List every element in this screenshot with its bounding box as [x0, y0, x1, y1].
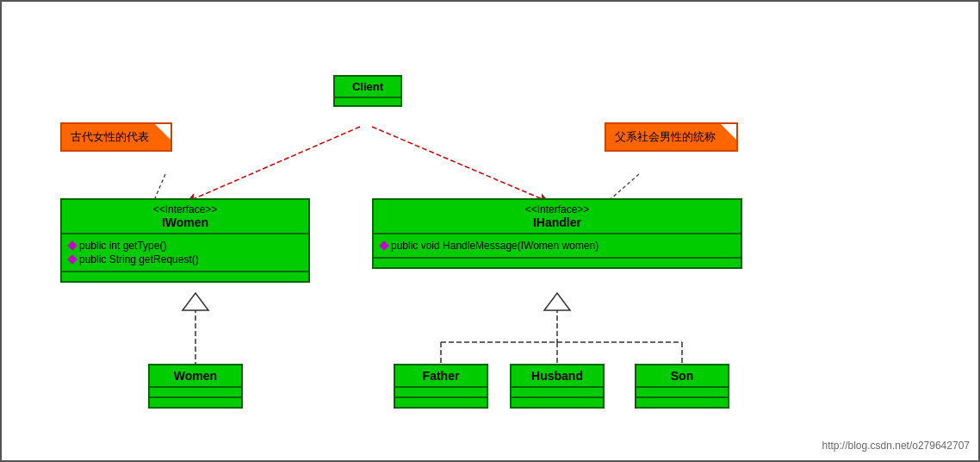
father-box: Father	[394, 364, 488, 409]
husband-footer	[512, 388, 603, 398]
father-label: Father	[395, 365, 487, 388]
diamond-icon-2	[67, 254, 77, 264]
diamond-icon-1	[67, 240, 77, 250]
client-box: Client	[333, 75, 402, 107]
ihandler-box: <<Interface>> IHandler public void Handl…	[372, 198, 742, 269]
son-footer	[636, 388, 728, 398]
women-bottom	[150, 398, 241, 407]
husband-label: Husband	[512, 365, 603, 388]
iwomen-footer	[62, 272, 308, 281]
ihandler-name: IHandler	[381, 215, 734, 229]
iwomen-name: IWomen	[69, 215, 301, 229]
note-right: 父系社会男性的统称	[605, 122, 738, 152]
ihandler-stereotype: <<Interface>>	[381, 203, 734, 215]
method-2: public String getRequest()	[69, 253, 301, 265]
iwomen-stereotype: <<Interface>>	[69, 203, 301, 215]
note-left: 古代女性的代表	[60, 122, 172, 152]
ihandler-methods: public void HandleMessage(IWomen women)	[374, 234, 741, 259]
diamond-icon-3	[379, 240, 388, 250]
iwomen-header: <<Interface>> IWomen	[62, 200, 308, 234]
ihandler-header: <<Interface>> IHandler	[374, 200, 741, 234]
client-label: Client	[335, 77, 400, 98]
svg-line-1	[372, 127, 544, 200]
note-left-text: 古代女性的代表	[71, 130, 149, 143]
watermark: http://blog.csdn.net/o279642707	[822, 440, 970, 452]
women-footer	[150, 388, 241, 398]
son-label: Son	[636, 365, 728, 388]
method-1: public int getType()	[69, 240, 301, 252]
son-bottom	[636, 398, 728, 407]
iwomen-box: <<Interface>> IWomen public int getType(…	[60, 198, 310, 283]
husband-bottom	[512, 398, 603, 407]
father-footer	[395, 388, 487, 398]
iwomen-methods: public int getType() public String getRe…	[62, 234, 308, 272]
method-1-text: public int getType()	[79, 240, 166, 252]
husband-box: Husband	[510, 364, 605, 409]
client-footer	[335, 98, 400, 105]
svg-marker-5	[183, 293, 208, 310]
ihandler-footer	[374, 259, 741, 267]
women-label: Women	[150, 365, 241, 388]
father-bottom	[395, 398, 487, 407]
svg-marker-8	[544, 293, 570, 310]
women-box: Women	[148, 364, 243, 409]
ihandler-method-1: public void HandleMessage(IWomen women)	[381, 240, 734, 252]
method-2-text: public String getRequest()	[79, 253, 199, 265]
ihandler-method-1-text: public void HandleMessage(IWomen women)	[391, 240, 599, 252]
diagram-container: Client 古代女性的代表 父系社会男性的统称 <<Interface>> I…	[0, 0, 980, 462]
svg-line-0	[191, 127, 360, 200]
son-box: Son	[635, 364, 729, 409]
note-right-text: 父系社会男性的统称	[615, 130, 716, 143]
